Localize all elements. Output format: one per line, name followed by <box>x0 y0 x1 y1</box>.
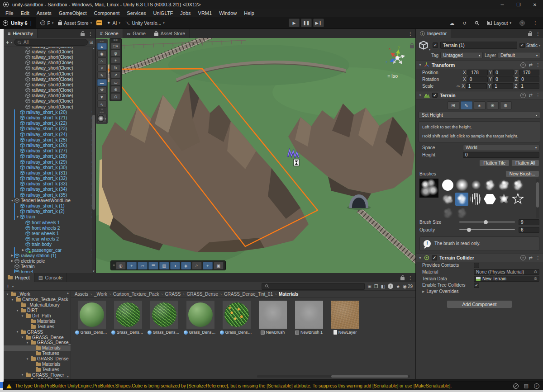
terrain-data-field[interactable]: New Terrain ⊙ <box>474 276 539 282</box>
foldout-arrow-icon[interactable]: ▼ <box>15 331 19 333</box>
terrain-mode-dropdown[interactable]: Set Height ▾ <box>419 112 540 118</box>
asset-grass-dense-t[interactable]: Grass_Dense_T... <box>219 301 253 335</box>
breadcrumb-cartoon-texture-pack[interactable]: Cartoon_Texture_Pack › <box>113 292 163 297</box>
brush-swatch[interactable] <box>483 193 496 206</box>
hand-tool[interactable]: ψ <box>111 50 120 57</box>
favorites-alert-icon[interactable]: ! <box>388 283 393 289</box>
tag-dropdown[interactable]: Untagged ▾ <box>440 52 483 58</box>
minimize-button[interactable]: ─ <box>494 0 510 9</box>
brush-size-slider[interactable] <box>459 222 515 222</box>
brush-swatch[interactable] <box>511 193 524 206</box>
terrain-dig-tool[interactable]: ⚒ <box>97 86 107 93</box>
hierarchy-scrollbar[interactable]: ▲ ▼ <box>92 47 95 273</box>
move-tool[interactable]: + <box>111 57 120 64</box>
project-folder-materials[interactable]: Materials <box>4 362 71 367</box>
menu-window[interactable]: Window <box>215 10 240 16</box>
hierarchy-item-railway-short-k-31[interactable]: railway_short_k (31) › <box>4 170 95 175</box>
project-folder-grass[interactable]: ▼ GRASS <box>4 329 71 335</box>
scale-z-field[interactable]: 1 <box>519 83 539 89</box>
presets-icon[interactable]: ⇄ <box>529 62 533 67</box>
horizontal-scrollbar[interactable] <box>257 375 410 378</box>
terrain-scatter-tool[interactable]: ∴ <box>97 57 107 64</box>
brush-swatch[interactable] <box>483 179 496 192</box>
hierarchy-item-railway-short-k-32[interactable]: railway_short_k (32) › <box>4 176 95 181</box>
hierarchy-item-railway-short-k-1[interactable]: railway_short_k (1) › <box>4 203 95 208</box>
scroll-down-icon[interactable]: ▼ <box>92 270 95 273</box>
hierarchy-item-rear-wheels-2[interactable]: rear wheels 2 › <box>4 236 95 242</box>
project-folder-materials[interactable]: Materials <box>4 318 71 324</box>
hierarchy-item-rear-wheels-1[interactable]: rear wheels 1 › <box>4 231 95 236</box>
opacity-value[interactable]: 6 <box>519 227 539 233</box>
tab-console[interactable]: ▤ Console <box>34 273 67 282</box>
rotation-y-field[interactable]: 0 <box>493 76 514 82</box>
asset-grass-dense-t[interactable]: Grass_Dense_T... <box>147 301 181 335</box>
hierarchy-item-railway-short-k-2[interactable]: railway_short_k (2) › <box>4 209 95 214</box>
presets-icon[interactable]: ⇄ <box>529 93 533 98</box>
foldout-arrow-icon[interactable]: ▼ <box>20 336 24 339</box>
tab-project[interactable]: Project <box>4 273 34 282</box>
scale-x-field[interactable]: 1 <box>466 83 487 89</box>
brush-swatch[interactable] <box>455 207 468 218</box>
label-filter-icon[interactable]: ◧ <box>381 284 385 289</box>
project-folder-textures[interactable]: Textures <box>4 351 71 356</box>
hierarchy-item-train[interactable]: ▼ train › <box>4 214 95 220</box>
transform-tool[interactable]: ⊕ <box>111 86 120 93</box>
breadcrumb-work[interactable]: _Work › <box>94 292 111 297</box>
breadcrumb-grass-dense-tint-01[interactable]: GRASS_Dense_Tint_01 › <box>224 292 276 297</box>
search-by-type-icon[interactable]: ⊞ <box>367 284 371 289</box>
foldout-arrow-icon[interactable]: ▼ <box>20 373 24 376</box>
hierarchy-item-railway-short-k-22[interactable]: railway_short_k (22) › <box>4 121 95 126</box>
position-y-field[interactable]: 0 <box>493 70 514 76</box>
hierarchy-item-front-wheels-2[interactable]: front wheels 2 › <box>4 225 95 231</box>
foldout-arrow-icon[interactable]: ▶ <box>10 259 14 263</box>
menu-component[interactable]: Component <box>90 10 123 16</box>
scale-y-field[interactable]: 1 <box>492 83 513 89</box>
component-checkbox[interactable] <box>432 93 438 98</box>
rect-tool[interactable]: ▭ <box>111 79 120 85</box>
foldout-arrow-icon[interactable]: ▼ <box>419 256 422 260</box>
kebab-menu-icon[interactable]: ⋮ <box>536 255 540 260</box>
brush-swatch[interactable] <box>511 179 524 192</box>
breadcrumb-item[interactable]: GRASS <box>165 292 181 297</box>
project-search-input[interactable] <box>262 283 365 290</box>
menu-help[interactable]: Help <box>240 10 258 16</box>
terrain-settings-button[interactable]: ⚙ <box>500 101 512 109</box>
asset-newbrush[interactable]: NewBrush <box>256 301 290 335</box>
hierarchy-item-railway-short-k-29[interactable]: railway_short_k (29) › <box>4 159 95 165</box>
breadcrumb-materials[interactable]: Materials › <box>279 292 298 297</box>
hierarchy-item-railway-short-k-24[interactable]: railway_short_k (24) › <box>4 132 95 137</box>
progress-check-icon[interactable]: ✓ <box>534 383 539 389</box>
hierarchy-item-railway-short-clone[interactable]: railway_short(Clone) › <box>4 93 95 99</box>
tab-inspector[interactable]: i Inspector <box>416 29 451 38</box>
tab-hierarchy[interactable]: ≡ Hierarchy <box>4 29 38 38</box>
hierarchy-item-railway-short-k-23[interactable]: railway_short_k (23) › <box>4 126 95 132</box>
notifications-button[interactable] <box>96 20 102 25</box>
crosshair-overlay-button[interactable]: + <box>203 262 213 269</box>
breadcrumb-item[interactable]: Assets <box>75 292 88 297</box>
hierarchy-item-railway-short-k-21[interactable]: railway_short_k (21) › <box>4 115 95 120</box>
component-checkbox[interactable] <box>432 255 437 260</box>
project-folder-work[interactable]: ▼ _Work <box>4 292 71 297</box>
scroll-down-icon[interactable]: ▼ <box>66 375 70 378</box>
hierarchy-item-electric-pole[interactable]: ▶ electric pole › <box>4 258 95 264</box>
provides-contacts-checkbox[interactable] <box>474 263 479 268</box>
scale-link-icon[interactable]: ∞ <box>457 84 460 89</box>
help-icon[interactable]: ? <box>520 62 526 68</box>
flatten-all-button[interactable]: Flatten All <box>511 160 539 166</box>
kebab-menu-icon[interactable]: ⋮ <box>408 31 413 36</box>
gameobject-name-field[interactable]: Terrain (1) <box>440 42 517 49</box>
brush-swatch[interactable] <box>497 179 510 192</box>
terrain-paint-brush-tool[interactable]: ✎ <box>97 72 107 79</box>
foldout-arrow-icon[interactable]: ▶ <box>422 290 424 293</box>
lock-icon[interactable] <box>400 277 405 280</box>
breadcrumb-item[interactable]: _Work <box>94 292 107 297</box>
foldout-arrow-icon[interactable]: ▼ <box>10 298 14 301</box>
layers-overlay-button[interactable]: ◈ <box>181 262 191 269</box>
tab-asset-store[interactable]: Asset Store <box>150 29 190 38</box>
debugger-disabled-icon[interactable] <box>513 383 519 389</box>
menu-services[interactable]: Services <box>123 10 149 16</box>
pause-button[interactable]: ❚❚ <box>301 19 312 27</box>
terrain-smooth-tool[interactable]: ∿ <box>97 101 107 108</box>
kebab-menu-icon[interactable]: ⋮ <box>533 20 538 25</box>
move-overlay-button[interactable]: + <box>127 262 137 269</box>
